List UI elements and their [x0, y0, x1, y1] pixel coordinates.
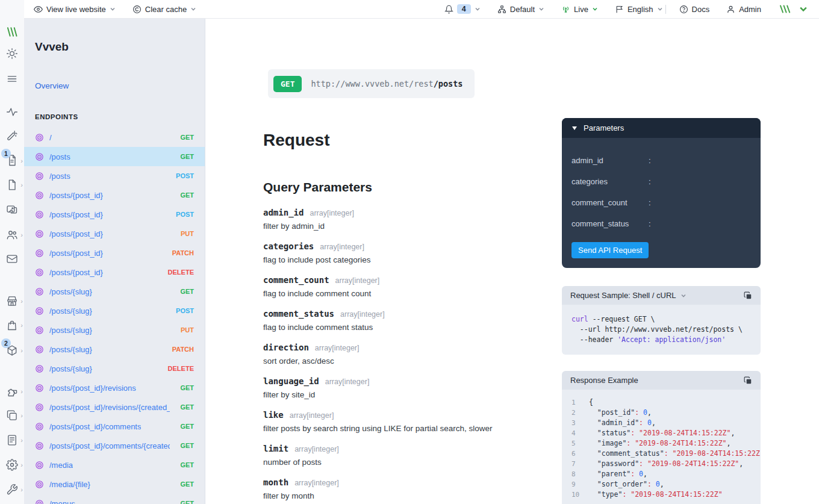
notifications-button[interactable]: 4 — [444, 4, 481, 14]
endpoint-path: /media — [49, 461, 73, 470]
media-icon[interactable] — [0, 204, 24, 216]
endpoint-item[interactable]: /posts/{post_id}/commentsGET — [24, 417, 205, 436]
endpoint-item[interactable]: /posts/{post_id}/comments/{created...GET — [24, 436, 205, 455]
endpoint-method-badge: POST — [171, 211, 194, 218]
endpoint-item[interactable]: /menusGET — [24, 494, 205, 504]
users-icon[interactable]: › — [0, 229, 24, 241]
endpoint-method-badge: GET — [175, 191, 194, 199]
endpoint-item[interactable]: /posts/{slug}DELETE — [24, 359, 205, 378]
response-example-header: Response Example — [562, 371, 761, 390]
chevron-right-icon: › — [20, 181, 23, 189]
vvveb-menu[interactable] — [778, 4, 811, 14]
sidebar-item-overview[interactable]: Overview — [35, 81, 69, 90]
clear-cache-button[interactable]: Clear cache — [132, 5, 196, 14]
plugins-icon[interactable]: › — [0, 385, 24, 397]
endpoint-item[interactable]: /mediaGET — [24, 455, 205, 474]
tools-icon[interactable]: › — [0, 484, 24, 496]
vvveb-logo-icon[interactable] — [0, 26, 24, 38]
theme-sun-icon[interactable] — [0, 48, 24, 60]
query-parameter: comment_statusarray[integer]flag to incl… — [263, 309, 600, 334]
chevron-down-icon — [592, 6, 598, 12]
field-label: comment_count — [571, 198, 649, 207]
user-icon — [726, 5, 735, 14]
endpoint-method-badge: DELETE — [163, 365, 194, 372]
activity-icon[interactable] — [0, 106, 24, 118]
menu-icon[interactable] — [0, 73, 24, 85]
endpoint-item[interactable]: /posts/{post_id}POST — [24, 205, 205, 224]
api-parameter-field[interactable]: comment_status: — [571, 213, 751, 234]
parameter-type: array[integer] — [294, 445, 339, 453]
copy-icon[interactable] — [744, 376, 752, 385]
endpoint-method-badge: POST — [171, 307, 194, 314]
themes-icon[interactable]: › — [0, 409, 24, 422]
endpoint-method-badge: PATCH — [167, 249, 194, 257]
endpoint-path: /posts/{post_id} — [49, 191, 103, 200]
flag-icon — [615, 5, 624, 14]
parameters-panel-body: admin_id:categories:comment_count:commen… — [562, 138, 761, 268]
live-mode-selector[interactable]: Live — [561, 5, 598, 14]
api-parameter-field[interactable]: admin_id: — [571, 150, 751, 171]
docs-link[interactable]: Docs — [679, 5, 710, 14]
endpoint-target-icon — [35, 461, 44, 470]
chevron-down-icon — [657, 6, 663, 12]
endpoint-item[interactable]: /posts/{post_id}/revisions/{created_at}G… — [24, 397, 205, 417]
pages-icon[interactable]: › — [0, 179, 24, 191]
endpoint-path: /menus — [49, 499, 75, 504]
endpoint-method-badge: POST — [171, 172, 194, 179]
parameter-field-list: admin_id:categories:comment_count:commen… — [571, 150, 751, 234]
send-api-request-button[interactable]: Send API Request — [571, 242, 649, 258]
endpoint-target-icon — [35, 499, 44, 504]
endpoint-item[interactable]: /GET — [24, 128, 205, 147]
forms-icon[interactable]: › — [0, 434, 24, 446]
endpoint-item[interactable]: /media/{file}GET — [24, 474, 205, 494]
live-mode-label: Live — [574, 5, 588, 14]
site-selector-label: Default — [510, 5, 535, 14]
clear-cache-label: Clear cache — [145, 5, 187, 14]
endpoint-item[interactable]: /postsGET — [24, 147, 205, 166]
api-parameter-field[interactable]: categories: — [571, 171, 751, 192]
endpoint-method-badge: GET — [175, 481, 194, 488]
mail-icon[interactable] — [0, 253, 24, 265]
settings-icon[interactable]: › — [0, 459, 24, 471]
orders-icon[interactable]: › — [0, 319, 24, 331]
rail-count-badge: 1 — [1, 149, 11, 158]
api-parameter-field[interactable]: comment_count: — [571, 192, 751, 213]
chevron-down-icon — [680, 293, 687, 299]
chevron-right-icon: › — [20, 461, 23, 469]
chevron-right-icon: › — [20, 231, 23, 239]
posts-icon[interactable]: 1› — [0, 155, 24, 167]
chevron-down-icon — [538, 6, 544, 12]
store-icon[interactable]: › — [0, 295, 24, 307]
endpoint-method-badge: PUT — [176, 326, 194, 334]
copy-icon[interactable] — [744, 291, 752, 300]
endpoint-path: /posts/{slug} — [49, 364, 92, 373]
endpoint-item[interactable]: /posts/{post_id}GET — [24, 185, 205, 205]
parameters-panel-header[interactable]: Parameters — [562, 118, 761, 138]
docs-label: Docs — [692, 5, 710, 14]
bell-icon — [444, 5, 453, 14]
endpoint-item[interactable]: /posts/{slug}PATCH — [24, 340, 205, 359]
endpoint-item[interactable]: /posts/{post_id}DELETE — [24, 263, 205, 282]
magic-wand-icon[interactable] — [0, 130, 24, 142]
endpoint-item[interactable]: /posts/{slug}POST — [24, 301, 205, 320]
top-bar-divider — [665, 5, 666, 14]
products-icon[interactable]: 2› — [0, 344, 24, 356]
endpoint-item[interactable]: /postsPOST — [24, 166, 205, 185]
parameter-description: flag to include post categories — [263, 255, 600, 266]
parameter-description: filter by site_id — [263, 390, 600, 401]
site-selector[interactable]: Default — [497, 5, 544, 14]
vvveb-logo-icon — [778, 4, 793, 14]
endpoint-item[interactable]: /posts/{post_id}PATCH — [24, 243, 205, 263]
admin-user-menu[interactable]: Admin — [726, 5, 761, 14]
chevron-right-icon: › — [20, 297, 23, 305]
notification-count-badge: 4 — [457, 4, 471, 14]
view-live-website-button[interactable]: View live website — [34, 5, 116, 14]
endpoint-item[interactable]: /posts/{slug}GET — [24, 282, 205, 301]
language-selector[interactable]: English — [615, 5, 663, 14]
parameter-type: array[integer] — [335, 276, 380, 285]
endpoint-item[interactable]: /posts/{post_id}PUT — [24, 224, 205, 243]
endpoint-path: /posts/{slug} — [49, 306, 92, 316]
endpoint-item[interactable]: /posts/{post_id}/revisionsGET — [24, 378, 205, 397]
endpoint-item[interactable]: /posts/{slug}PUT — [24, 320, 205, 340]
request-sample-title[interactable]: Request Sample: Shell / cURL — [570, 291, 676, 300]
